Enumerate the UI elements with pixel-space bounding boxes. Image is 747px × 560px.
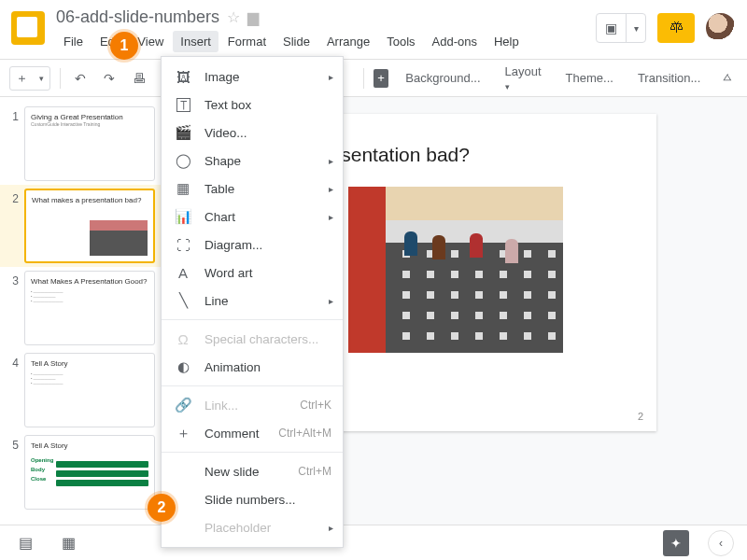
scroll-left-button[interactable]: ‹: [708, 530, 734, 556]
submenu-arrow-icon: ▸: [329, 184, 333, 194]
menu-item-link: 🔗Link...Ctrl+K: [162, 391, 343, 419]
slide-thumb[interactable]: What makes a presentation bad?: [24, 189, 155, 263]
link-icon: 🔗: [175, 397, 191, 413]
menu-insert[interactable]: Insert: [173, 31, 218, 52]
thumb-number: 1: [7, 110, 19, 123]
menu-tools[interactable]: Tools: [379, 31, 422, 52]
shortcut-label: Ctrl+M: [298, 465, 331, 478]
slide-image[interactable]: [348, 187, 563, 353]
avatar[interactable]: [706, 13, 736, 43]
wordart-icon: A: [175, 265, 191, 281]
comment-icon: ＋: [175, 425, 191, 442]
menu-item-chart[interactable]: 📊Chart▸: [162, 203, 343, 231]
chart-icon: 📊: [175, 208, 191, 225]
shortcut-label: Ctrl+Alt+M: [278, 427, 331, 440]
slide-thumb[interactable]: What Makes A Presentation Good?• ———————…: [24, 271, 155, 345]
thumb-number: 3: [7, 274, 19, 287]
slide-thumb[interactable]: Tell A Story• ————————• ——————• ————————: [24, 353, 155, 427]
transition-button[interactable]: Transition...: [630, 67, 708, 89]
menu-item-label: Animation: [204, 360, 261, 374]
shape-icon: ◯: [175, 152, 191, 169]
menu-item-label: Diagram...: [204, 238, 262, 252]
filmstrip-view-icon[interactable]: ▤: [13, 531, 37, 555]
anim-icon: ◐: [175, 358, 191, 375]
move-folder-icon[interactable]: ▆: [247, 8, 259, 26]
menu-item-image[interactable]: 🖼Image▸: [162, 63, 343, 91]
menu-item-text-box[interactable]: 🅃Text box: [162, 91, 343, 119]
menu-item-label: Shape: [204, 154, 241, 168]
menu-item-label: Video...: [204, 126, 247, 140]
menu-item-label: Special characters...: [204, 332, 318, 346]
print-button[interactable]: 🖶: [129, 66, 149, 91]
menu-add-ons[interactable]: Add-ons: [425, 31, 485, 52]
submenu-arrow-icon: ▸: [329, 156, 333, 166]
slide-thumb[interactable]: Tell A StoryOpeningBodyClose: [24, 435, 155, 510]
present-button[interactable]: ▣ ▾: [596, 13, 646, 43]
background-button[interactable]: Background...: [398, 67, 487, 89]
line-icon: ╲: [175, 292, 191, 309]
star-icon[interactable]: ☆: [227, 8, 240, 26]
step-badge-2: 2: [148, 494, 176, 522]
shortcut-label: Ctrl+K: [300, 399, 331, 412]
menu-item-label: Comment: [204, 427, 260, 441]
submenu-arrow-icon: ▸: [329, 523, 333, 533]
menu-item-line[interactable]: ╲Line▸: [162, 287, 343, 315]
menu-item-animation[interactable]: ◐Animation: [162, 353, 343, 381]
explore-button[interactable]: ✦: [663, 530, 689, 556]
textbox-icon: 🅃: [175, 97, 191, 113]
menu-item-video[interactable]: 🎬Video...: [162, 119, 343, 147]
new-slide-button[interactable]: ＋▾: [9, 66, 50, 91]
add-button[interactable]: +: [374, 69, 389, 88]
present-dropdown-icon[interactable]: ▾: [627, 23, 645, 34]
step-badge-1: 1: [110, 32, 138, 60]
submenu-arrow-icon: ▸: [329, 296, 333, 306]
menu-arrange[interactable]: Arrange: [319, 31, 377, 52]
thumb-number: 4: [7, 357, 19, 370]
undo-button[interactable]: ↶: [70, 66, 91, 91]
menu-item-label: Placeholder: [204, 521, 271, 535]
menu-item-label: New slide: [204, 465, 260, 479]
menu-item-diagram[interactable]: ⛶Diagram...: [162, 231, 343, 259]
omega-icon: Ω: [175, 331, 191, 347]
menu-item-label: Text box: [204, 98, 251, 112]
slides-logo[interactable]: [11, 11, 45, 45]
layout-button[interactable]: Layout ▾: [498, 61, 549, 96]
menu-item-label: Table: [204, 182, 234, 196]
menu-item-label: Link...: [204, 399, 238, 413]
menu-item-slide-numbers[interactable]: Slide numbers...: [162, 485, 343, 513]
doc-title[interactable]: 06-add-slide-numbers: [56, 7, 219, 27]
thumb-number: 2: [7, 192, 19, 205]
insert-menu: 🖼Image▸🅃Text box🎬Video...◯Shape▸▦Table▸📊…: [161, 56, 344, 548]
menu-item-label: Image: [204, 70, 240, 84]
slide-thumb[interactable]: Giving a Great PresentationCustomGuide I…: [24, 106, 155, 181]
slide-number: 2: [638, 411, 643, 422]
redo-button[interactable]: ↷: [99, 66, 120, 91]
menu-slide[interactable]: Slide: [275, 31, 317, 52]
menu-format[interactable]: Format: [220, 31, 274, 52]
present-icon: ▣: [597, 14, 627, 42]
video-icon: 🎬: [175, 124, 191, 141]
theme-button[interactable]: Theme...: [558, 67, 621, 89]
menu-item-table[interactable]: ▦Table▸: [162, 175, 343, 203]
menu-file[interactable]: File: [56, 31, 91, 52]
menu-item-comment[interactable]: ＋CommentCtrl+Alt+M: [162, 419, 343, 447]
table-icon: ▦: [175, 180, 191, 197]
menu-item-shape[interactable]: ◯Shape▸: [162, 147, 343, 175]
menu-item-placeholder: Placeholder▸: [162, 513, 343, 541]
menu-item-new-slide[interactable]: New slideCtrl+M: [162, 457, 343, 485]
menu-item-label: Line: [204, 294, 229, 308]
submenu-arrow-icon: ▸: [329, 72, 333, 82]
menu-item-word-art[interactable]: AWord art: [162, 259, 343, 287]
thumb-number: 5: [7, 439, 19, 452]
menu-help[interactable]: Help: [486, 31, 527, 52]
account-chip[interactable]: 𐄷: [657, 13, 695, 43]
menu-item-label: Chart: [204, 210, 235, 224]
diagram-icon: ⛶: [175, 237, 191, 253]
menu-item-label: Word art: [204, 266, 253, 280]
grid-view-icon[interactable]: ▦: [56, 531, 80, 555]
image-icon: 🖼: [175, 69, 191, 85]
submenu-arrow-icon: ▸: [329, 212, 333, 222]
menu-item-special-characters: ΩSpecial characters...: [162, 325, 343, 353]
menu-item-label: Slide numbers...: [204, 493, 296, 507]
collapse-toolbar-icon[interactable]: ㅿ: [717, 66, 738, 91]
